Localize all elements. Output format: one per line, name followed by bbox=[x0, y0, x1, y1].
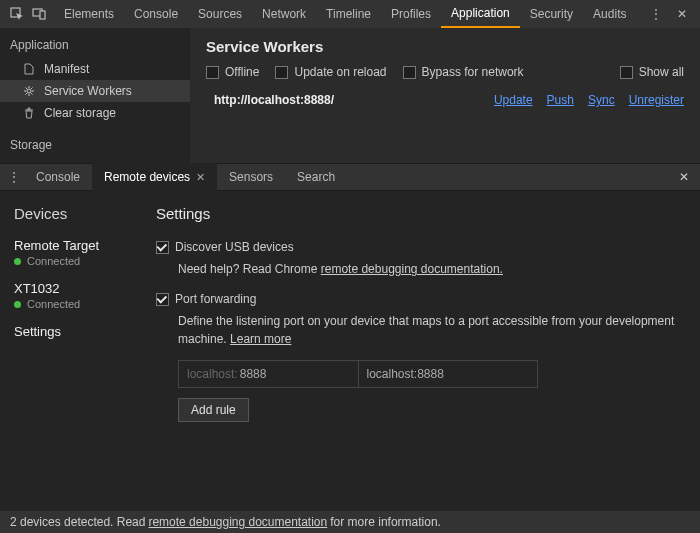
drawer-more-icon[interactable]: ⋮ bbox=[4, 170, 24, 184]
close-tab-icon[interactable]: ✕ bbox=[196, 171, 205, 184]
sw-unregister-link[interactable]: Unregister bbox=[629, 93, 684, 107]
status-dot-icon bbox=[14, 301, 21, 308]
sw-update-link[interactable]: Update bbox=[494, 93, 533, 107]
checkbox-icon bbox=[403, 66, 416, 79]
sw-offline-checkbox[interactable]: Offline bbox=[206, 65, 259, 79]
rd-device-item[interactable]: XT1032 Connected bbox=[14, 281, 138, 310]
status-bar: 2 devices detected. Read remote debuggin… bbox=[0, 511, 700, 533]
drawer-tab-console[interactable]: Console bbox=[24, 163, 92, 191]
svg-point-3 bbox=[27, 89, 31, 93]
rd-sidebar-title: Devices bbox=[14, 205, 138, 222]
sidebar-item-service-workers[interactable]: Service Workers bbox=[0, 80, 190, 102]
rd-port-forwarding-row: Port forwarding Define the listening por… bbox=[156, 292, 684, 422]
remote-debugging-docs-link[interactable]: remote debugging documentation. bbox=[321, 262, 503, 276]
footer-docs-link[interactable]: remote debugging documentation bbox=[148, 515, 327, 529]
sidebar-section-application: Application bbox=[0, 34, 190, 58]
help-prefix: Need help? Read Chrome bbox=[178, 262, 321, 276]
service-workers-main: Service Workers Offline Update on reload… bbox=[190, 28, 700, 163]
sw-push-link[interactable]: Push bbox=[547, 93, 574, 107]
tab-elements[interactable]: Elements bbox=[54, 0, 124, 28]
checkbox-icon bbox=[206, 66, 219, 79]
inspect-icon[interactable] bbox=[6, 0, 28, 28]
rd-device-status: Connected bbox=[27, 298, 80, 310]
rd-device-status: Connected bbox=[27, 255, 80, 267]
pf-local-address-input[interactable]: localhost:8888 bbox=[358, 361, 538, 387]
sw-bypass-network-checkbox[interactable]: Bypass for network bbox=[403, 65, 524, 79]
checkbox-label: Bypass for network bbox=[422, 65, 524, 79]
pf-device-port-input[interactable]: localhost:8888 bbox=[179, 361, 358, 387]
checkbox-label: Discover USB devices bbox=[175, 240, 294, 254]
tab-profiles[interactable]: Profiles bbox=[381, 0, 441, 28]
sidebar-item-label: Manifest bbox=[44, 62, 89, 76]
sidebar-item-clear-storage[interactable]: Clear storage bbox=[0, 102, 190, 124]
tab-timeline[interactable]: Timeline bbox=[316, 0, 381, 28]
add-rule-button[interactable]: Add rule bbox=[178, 398, 249, 422]
sidebar-item-label: Service Workers bbox=[44, 84, 132, 98]
tab-console[interactable]: Console bbox=[124, 0, 188, 28]
svg-rect-2 bbox=[40, 11, 45, 19]
rd-discover-row: Discover USB devices Need help? Read Chr… bbox=[156, 240, 684, 276]
sw-update-on-reload-checkbox[interactable]: Update on reload bbox=[275, 65, 386, 79]
pf-target-value: localhost:8888 bbox=[367, 367, 444, 381]
drawer-tab-sensors[interactable]: Sensors bbox=[217, 163, 285, 191]
tab-security[interactable]: Security bbox=[520, 0, 583, 28]
learn-more-link[interactable]: Learn more bbox=[230, 332, 291, 346]
tab-application[interactable]: Application bbox=[441, 0, 520, 28]
rd-pf-description: Define the listening port on your device… bbox=[178, 312, 684, 348]
checkbox-label: Port forwarding bbox=[175, 292, 256, 306]
sidebar-item-manifest[interactable]: Manifest bbox=[0, 58, 190, 80]
tab-network[interactable]: Network bbox=[252, 0, 316, 28]
drawer-tab-remote-devices[interactable]: Remote devices ✕ bbox=[92, 163, 217, 191]
remote-devices-panel: Devices Remote Target Connected XT1032 C… bbox=[0, 191, 700, 511]
sw-show-all-checkbox[interactable]: Show all bbox=[620, 65, 684, 79]
tab-sources[interactable]: Sources bbox=[188, 0, 252, 28]
checkbox-icon bbox=[156, 293, 169, 306]
checkbox-label: Offline bbox=[225, 65, 259, 79]
gear-icon bbox=[22, 84, 36, 98]
rd-device-name: Remote Target bbox=[14, 238, 138, 253]
checkbox-label: Show all bbox=[639, 65, 684, 79]
footer-suffix: for more information. bbox=[330, 515, 441, 529]
checkbox-label: Update on reload bbox=[294, 65, 386, 79]
port-forwarding-checkbox[interactable]: Port forwarding bbox=[156, 292, 684, 306]
rd-sidebar: Devices Remote Target Connected XT1032 C… bbox=[0, 191, 150, 511]
trash-icon bbox=[22, 106, 36, 120]
rd-help-text: Need help? Read Chrome remote debugging … bbox=[178, 262, 684, 276]
sw-title: Service Workers bbox=[206, 38, 684, 55]
sidebar-item-label: Clear storage bbox=[44, 106, 116, 120]
top-tabs: Elements Console Sources Network Timelin… bbox=[54, 0, 644, 28]
close-drawer-icon[interactable]: ✕ bbox=[672, 170, 696, 184]
pf-port-value: 8888 bbox=[240, 367, 267, 381]
device-toggle-icon[interactable] bbox=[28, 0, 50, 28]
pf-port-hint: localhost: bbox=[187, 367, 238, 381]
discover-usb-checkbox[interactable]: Discover USB devices bbox=[156, 240, 684, 254]
rd-main-title: Settings bbox=[156, 205, 684, 222]
more-icon[interactable]: ⋮ bbox=[644, 0, 668, 28]
drawer-tabbar: ⋮ Console Remote devices ✕ Sensors Searc… bbox=[0, 163, 700, 191]
application-sidebar: Application Manifest Service Workers Cle… bbox=[0, 28, 190, 163]
rd-device-item[interactable]: Remote Target Connected bbox=[14, 238, 138, 267]
tab-label: Remote devices bbox=[104, 170, 190, 184]
pf-rule-row: localhost:8888 localhost:8888 bbox=[178, 360, 538, 388]
rd-device-name: XT1032 bbox=[14, 281, 138, 296]
file-icon bbox=[22, 62, 36, 76]
close-devtools-icon[interactable]: ✕ bbox=[670, 0, 694, 28]
checkbox-icon bbox=[620, 66, 633, 79]
application-panel: Application Manifest Service Workers Cle… bbox=[0, 28, 700, 163]
checkbox-icon bbox=[156, 241, 169, 254]
rd-settings-link[interactable]: Settings bbox=[14, 324, 138, 339]
sidebar-section-storage: Storage bbox=[0, 134, 190, 158]
tab-audits[interactable]: Audits bbox=[583, 0, 636, 28]
sw-origin: http://localhost:8888/ bbox=[214, 93, 334, 107]
sw-sync-link[interactable]: Sync bbox=[588, 93, 615, 107]
rd-main: Settings Discover USB devices Need help?… bbox=[150, 191, 700, 511]
checkbox-icon bbox=[275, 66, 288, 79]
footer-prefix: 2 devices detected. Read bbox=[10, 515, 145, 529]
drawer-tab-search[interactable]: Search bbox=[285, 163, 347, 191]
status-dot-icon bbox=[14, 258, 21, 265]
devtools-topbar: Elements Console Sources Network Timelin… bbox=[0, 0, 700, 28]
